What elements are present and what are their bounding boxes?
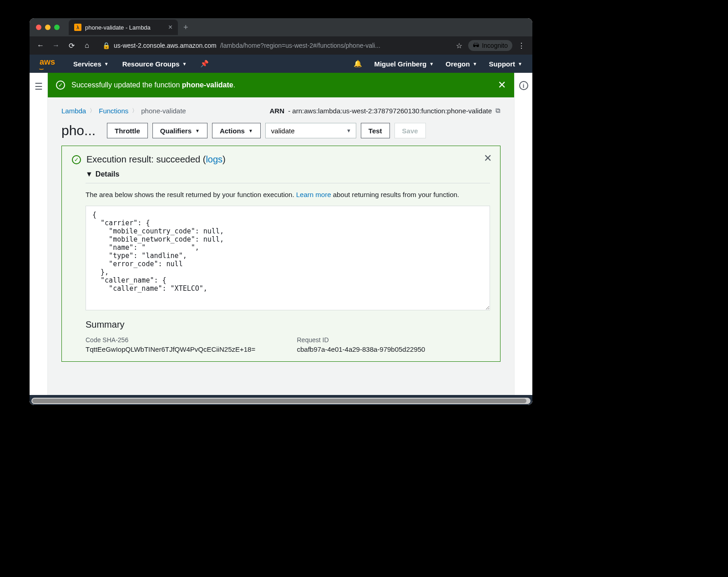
sha-label: Code SHA-256 [86,336,279,344]
new-tab-button[interactable]: + [183,23,188,32]
url-path: /lambda/home?region=us-west-2#/functions… [220,42,380,49]
back-button[interactable]: ← [34,39,47,52]
summary-heading: Summary [86,319,490,330]
forward-button[interactable]: → [50,39,62,52]
logs-link[interactable]: logs [206,154,222,164]
bookmark-button[interactable]: ☆ [453,39,465,52]
info-icon[interactable]: i [519,81,528,90]
chevron-right-icon: 〉 [132,107,137,115]
test-button[interactable]: Test [361,123,390,138]
arn-block: ARN - arn:aws:lambda:us-west-2:378797260… [270,106,500,115]
user-menu[interactable]: Miguel Grinberg▼ [374,60,434,68]
details-toggle[interactable]: ▼ Details [86,170,490,183]
close-window-button[interactable] [36,25,41,30]
breadcrumb-functions[interactable]: Functions [99,107,128,115]
content-region: Lambda 〉 Functions 〉 phone-validate ARN … [48,97,514,405]
execution-result-panel: ✕ ✓ Execution result: succeeded (logs) ▼… [61,146,500,362]
breadcrumb-lambda[interactable]: Lambda [61,107,86,115]
result-description: The area below shows the result returned… [86,190,490,200]
test-event-select[interactable]: validate [265,123,356,138]
lambda-favicon-icon: λ [74,24,81,31]
check-circle-icon: ✓ [56,81,65,90]
check-circle-icon: ✓ [72,155,81,164]
reload-button[interactable]: ⟳ [65,39,78,52]
result-json-output[interactable]: { "carrier": { "mobile_country_code": nu… [86,206,490,310]
support-menu[interactable]: Support▼ [489,60,522,68]
scrollbar-thumb[interactable] [32,399,526,403]
home-button[interactable]: ⌂ [81,39,93,52]
summary-grid: Code SHA-256 TqttEeGwIopQLWbTINer6TJfQW4… [86,336,490,353]
region-menu[interactable]: Oregon▼ [445,60,477,68]
url-bar[interactable]: 🔒 us-west-2.console.aws.amazon.com/lambd… [96,39,450,52]
tabstrip: λ phone-validate - Lambda × + [69,20,188,35]
learn-more-link[interactable]: Learn more [296,191,331,198]
result-close-button[interactable]: ✕ [484,152,492,164]
incognito-label: Incognito [482,42,508,49]
alert-close-button[interactable]: ✕ [498,79,506,91]
result-header: ✓ Execution result: succeeded (logs) [72,154,490,165]
actions-dropdown[interactable]: Actions▼ [212,123,261,138]
horizontal-scrollbar[interactable] [31,398,531,404]
lock-icon: 🔒 [102,42,110,49]
maximize-window-button[interactable] [54,25,60,30]
aws-console-header: aws‿ Services▼ Resource Groups▼ 📌 🔔 Migu… [30,55,532,73]
success-alert: ✓ Successfully updated the function phon… [48,73,514,97]
window-controls [36,25,60,30]
browser-window: λ phone-validate - Lambda × + ← → ⟳ ⌂ 🔒 … [30,18,532,405]
chevron-right-icon: 〉 [90,107,95,115]
save-button: Save [394,123,426,138]
tab-title: phone-validate - Lambda [85,24,151,31]
function-title: pho... [61,123,102,138]
close-tab-button[interactable]: × [168,23,172,31]
arn-value: arn:aws:lambda:us-west-2:378797260130:fu… [292,107,492,115]
aws-logo[interactable]: aws‿ [40,59,55,69]
request-id-label: Request ID [297,336,490,344]
left-rail: ☰ [30,73,48,405]
services-menu[interactable]: Services▼ [73,60,109,68]
sha-value: TqttEeGwIopQLWbTINer6TJfQW4PvQcECiiN25zE… [86,345,279,353]
body-area: ☰ ✓ Successfully updated the function ph… [30,73,532,405]
caret-down-icon: ▼ [86,170,93,178]
right-rail: i [514,73,532,405]
request-id-value: cbafb97a-4e01-4a29-838a-979b05d22950 [297,345,490,353]
notifications-icon[interactable]: 🔔 [354,60,362,68]
browser-tab[interactable]: λ phone-validate - Lambda × [69,20,178,35]
resource-groups-menu[interactable]: Resource Groups▼ [122,60,187,68]
addressbar: ← → ⟳ ⌂ 🔒 us-west-2.console.aws.amazon.c… [30,36,532,55]
menu-button[interactable]: ⋮ [515,39,528,52]
incognito-badge[interactable]: 🕶 Incognito [468,40,512,51]
qualifiers-dropdown[interactable]: Qualifiers▼ [152,123,207,138]
alert-text: Successfully updated the function phone-… [71,81,235,89]
title-row: pho... Throttle Qualifiers▼ Actions▼ val… [61,123,500,138]
incognito-icon: 🕶 [473,42,479,49]
url-host: us-west-2.console.aws.amazon.com [114,42,217,49]
copy-arn-button[interactable]: ⧉ [495,106,500,115]
breadcrumb-row: Lambda 〉 Functions 〉 phone-validate ARN … [61,106,500,115]
main-content: ✓ Successfully updated the function phon… [48,73,514,405]
pin-icon[interactable]: 📌 [200,60,209,68]
minimize-window-button[interactable] [45,25,51,30]
throttle-button[interactable]: Throttle [107,123,148,138]
breadcrumb-current: phone-validate [141,107,186,115]
titlebar: λ phone-validate - Lambda × + [30,18,532,36]
hamburger-icon[interactable]: ☰ [35,81,43,405]
